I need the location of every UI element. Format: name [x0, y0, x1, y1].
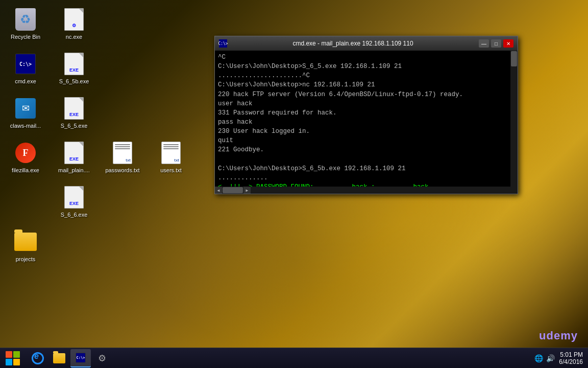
minimize-button[interactable]: —	[479, 39, 489, 48]
close-button[interactable]: ✕	[503, 39, 513, 48]
nc-exe-label: nc.exe	[66, 34, 82, 40]
s65b-exe-icon[interactable]: EXE S_6_5b.exe	[54, 50, 94, 86]
taskbar-tray: 🌐 🔊	[534, 354, 555, 362]
start-button[interactable]	[0, 348, 26, 369]
tray-network-icon: 🌐	[534, 354, 543, 362]
tray-speaker-icon: 🔊	[546, 354, 555, 362]
icon-row-1: C:\> cmd.exe EXE S_6_5b.exe	[5, 50, 191, 86]
s655-exe-icon[interactable]: EXE S_6_5.exe	[54, 94, 94, 131]
cmd-taskbar-icon: C:\>	[75, 352, 87, 364]
taskbar-cmd[interactable]: C:\>	[70, 349, 91, 367]
projects-folder-image	[13, 229, 38, 254]
ie-icon-graphic	[32, 352, 44, 364]
cmd-line-6: 331 Password required for hack.	[218, 108, 514, 118]
mail-plain-image: EXE	[62, 141, 86, 165]
s66-exe-label: S_6_6.exe	[61, 212, 88, 218]
cmd-line-5: user hack	[218, 99, 514, 108]
cmd-line-1: C:\Users\John\Desktop>S_6_5.exe 192.168.…	[218, 62, 514, 71]
mail-plain-icon[interactable]: EXE mail_plain....	[54, 139, 94, 175]
desktop: Recycle Bin ⚙ nc.exe C:\> cmd.exe	[0, 0, 588, 368]
icon-row-2: ✉ claws-mail... EXE S_6_5.exe	[5, 94, 191, 131]
s66-exe-graphic: EXE	[64, 186, 84, 209]
icon-row-5: projects	[5, 227, 191, 264]
udemy-logo-text: udemy	[539, 329, 578, 342]
filezilla-label: filezilla.exe	[12, 167, 39, 173]
nc-exe-graphic: ⚙	[64, 8, 84, 31]
claws-mail-icon[interactable]: ✉ claws-mail...	[5, 94, 46, 131]
s655-exe-label: S_6_5.exe	[61, 123, 88, 129]
cmd-exe-image: C:\>	[13, 52, 38, 76]
cmd-line-0: ^C	[218, 53, 514, 62]
s65b-exe-image: EXE	[62, 52, 86, 76]
tools-taskbar-icon: ⚙	[96, 352, 108, 364]
cmd-line-13: .............	[218, 173, 514, 182]
claws-mail-image: ✉	[13, 96, 38, 121]
maximize-button[interactable]: □	[491, 39, 501, 48]
cmd-scroll-left[interactable]: ◀	[215, 187, 222, 194]
nc-exe-icon[interactable]: ⚙ nc.exe	[54, 5, 94, 42]
filezilla-icon[interactable]: F filezilla.exe	[5, 139, 46, 175]
users-txt-label: users.txt	[160, 167, 182, 173]
filezilla-image: F	[13, 141, 38, 165]
cmd-line-7: pass hack	[218, 118, 514, 127]
cmd-titlebar-icon: C:\>	[219, 39, 227, 48]
mail-plain-label: mail_plain....	[58, 167, 90, 173]
taskbar: C:\> ⚙ 🌐 🔊 5:01 PM 6/4/2016	[0, 348, 588, 368]
cmd-scrollbar-thumb	[511, 51, 517, 66]
cmd-window[interactable]: C:\> cmd.exe - mail_plain.exe 192.168.1.…	[214, 36, 518, 194]
cmd-scroll-right[interactable]: ▶	[243, 187, 251, 194]
passwords-txt-graphic	[113, 142, 132, 164]
cmd-line-4: 220 hack FTP server (Version 6.4/OpenBSD…	[218, 90, 514, 99]
s66-exe-icon[interactable]: EXE S_6_6.exe	[54, 183, 94, 220]
cmd-line-12: C:\Users\John\Desktop>S_6_5b.exe 192.168…	[218, 164, 514, 173]
users-txt-image	[159, 141, 183, 165]
cmd-scrollbar-horizontal[interactable]: ◀ ▶	[215, 187, 510, 194]
cmd-titlebar-text: cmd.exe - mail_plain.exe 192.168.1.109 1…	[231, 40, 475, 47]
taskbar-time: 5:01 PM	[559, 351, 583, 358]
cmd-exe-icon[interactable]: C:\> cmd.exe	[5, 50, 46, 86]
taskbar-folder[interactable]	[49, 349, 69, 367]
taskbar-tools[interactable]: ⚙	[92, 349, 112, 367]
cmd-line-8: 230 User hack logged in.	[218, 127, 514, 136]
taskbar-items: C:\> ⚙	[28, 348, 112, 368]
projects-folder-graphic	[14, 233, 37, 251]
cmd-scrollbar-vertical[interactable]	[510, 51, 518, 194]
projects-folder-icon[interactable]: projects	[5, 227, 46, 264]
folder-taskbar-graphic	[53, 353, 65, 363]
cmd-line-2: ......................^C	[218, 71, 514, 80]
cmd-line-9: quit	[218, 136, 514, 145]
cmd-line-11	[218, 154, 514, 164]
icon-row-0: Recycle Bin ⚙ nc.exe	[5, 5, 191, 42]
taskbar-ie[interactable]	[28, 349, 48, 367]
folder-taskbar-icon	[53, 352, 65, 364]
cmd-exe-graphic: C:\>	[15, 54, 36, 74]
cmd-exe-label: cmd.exe	[15, 78, 36, 84]
cmd-titlebar: C:\> cmd.exe - mail_plain.exe 192.168.1.…	[215, 36, 518, 51]
passwords-txt-image	[110, 141, 135, 165]
passwords-txt-icon[interactable]: passwords.txt	[102, 139, 143, 175]
icon-row-3: F filezilla.exe EXE mail_plain....	[5, 139, 191, 175]
taskbar-date: 6/4/2016	[559, 358, 583, 365]
users-txt-icon[interactable]: users.txt	[151, 139, 191, 175]
cmd-body: ^C C:\Users\John\Desktop>S_6_5.exe 192.1…	[215, 51, 518, 194]
nc-exe-image: ⚙	[62, 7, 86, 32]
cmd-line-10: 221 Goodbye.	[218, 145, 514, 154]
cmd-line-3: C:\Users\John\Desktop>nc 192.168.1.109 2…	[218, 80, 514, 89]
passwords-txt-label: passwords.txt	[105, 167, 139, 173]
recycle-bin-label: Recycle Bin	[11, 34, 40, 40]
recycle-bin-image	[13, 7, 38, 32]
cmd-taskbar-graphic: C:\>	[76, 353, 86, 363]
start-icon	[6, 351, 20, 365]
s65b-exe-label: S_6_5b.exe	[59, 78, 89, 84]
desktop-icon-area: Recycle Bin ⚙ nc.exe C:\> cmd.exe	[5, 5, 191, 264]
filezilla-graphic: F	[15, 143, 36, 163]
cmd-scrollbar-h-thumb	[223, 187, 243, 193]
recycle-bin-icon[interactable]: Recycle Bin	[5, 5, 46, 42]
users-txt-graphic	[161, 142, 181, 164]
taskbar-right: 🌐 🔊 5:01 PM 6/4/2016	[534, 351, 588, 365]
mail-plain-graphic: EXE	[64, 142, 84, 164]
s655-exe-graphic: EXE	[64, 97, 84, 120]
claws-mail-label: claws-mail...	[10, 123, 41, 129]
cmd-window-controls: — □ ✕	[479, 39, 513, 48]
projects-folder-label: projects	[16, 256, 36, 262]
